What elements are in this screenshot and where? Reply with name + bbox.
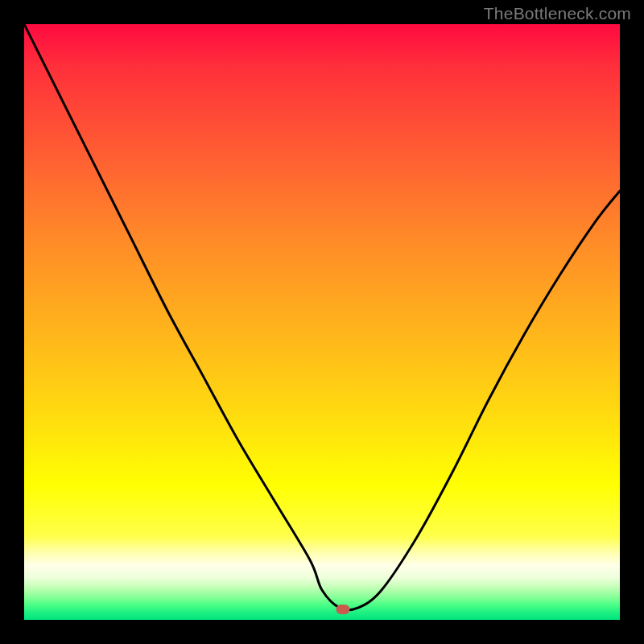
optimal-point-marker	[336, 605, 349, 614]
chart-frame: TheBottleneck.com	[0, 0, 644, 644]
watermark-text: TheBottleneck.com	[484, 4, 631, 23]
bottleneck-curve	[24, 24, 620, 620]
plot-area	[24, 24, 620, 620]
